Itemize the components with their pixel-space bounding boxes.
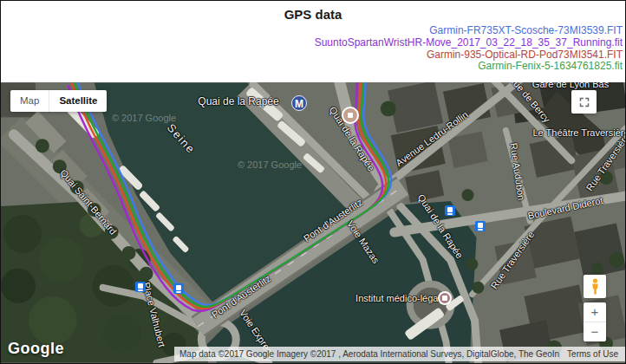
zoom-control: + − <box>584 302 606 341</box>
fullscreen-icon <box>578 96 590 108</box>
header: GPS data Garmin-FR735XT-Scosche-73MI3539… <box>1 1 625 82</box>
google-watermark: © 2017 Google <box>238 159 302 170</box>
map-attribution-text: Map data ©2017 Google Imagery ©2017 , Ae… <box>174 349 559 359</box>
transit-stop-icon[interactable] <box>445 205 455 216</box>
map-type-map-button[interactable]: Map <box>10 90 49 112</box>
zoom-in-button[interactable]: + <box>584 302 606 322</box>
zoom-out-button[interactable]: − <box>584 322 606 341</box>
map-type-control: Map Satellite <box>10 90 107 112</box>
legend-item-garmin-fenix5: Garmin-Fenix-5-1634761825.fit <box>315 61 623 73</box>
google-watermark: © 2017 Google <box>112 113 176 123</box>
attribution-bar: Map data ©2017 Google Imagery ©2017 , Ae… <box>174 347 625 361</box>
satellite-map-svg <box>1 82 625 363</box>
label-metro-station: Quai de la Rapée <box>198 95 278 107</box>
page-title: GPS data <box>1 1 625 22</box>
transit-stop-icon[interactable] <box>475 221 486 231</box>
gps-file-legend: Garmin-FR735XT-Scosche-73MI3539.FIT Suun… <box>315 25 623 73</box>
legend-item-suunto-spartan: SuuntoSpartanWristHR-Move_2017_03_22_18_… <box>315 37 623 49</box>
legend-item-garmin-935: Garmin-935-Optical-RD-Pod73MI3541.FIT <box>315 49 623 62</box>
label-institut-medico-legal: Institut médico-légal <box>355 293 440 303</box>
fullscreen-button[interactable] <box>571 90 597 114</box>
map-viewport[interactable]: © 2017 Google © 2017 Google Quai de la R… <box>1 82 625 363</box>
terms-of-use-link[interactable]: Terms of Use <box>559 349 625 359</box>
pegman-control[interactable] <box>584 275 606 298</box>
poi-icon-institut[interactable] <box>438 291 452 305</box>
poi-icon-hotel[interactable] <box>342 107 359 124</box>
legend-item-garmin-fr735xt: Garmin-FR735XT-Scosche-73MI3539.FIT <box>315 25 623 37</box>
pegman-icon <box>590 278 601 295</box>
map-type-satellite-button[interactable]: Satellite <box>49 90 107 112</box>
metro-m-icon[interactable]: M <box>291 95 307 111</box>
google-logo[interactable]: Google <box>8 340 64 358</box>
transit-stop-icon[interactable] <box>173 283 184 294</box>
label-theatre-traversiere: Le Théâtre Traversière <box>532 127 625 138</box>
label-gare-de-lyon: Gare de Lyon Bas <box>532 82 609 89</box>
screenshot-frame: GPS data Garmin-FR735XT-Scosche-73MI3539… <box>0 0 626 364</box>
transit-stop-icon[interactable] <box>135 282 146 292</box>
